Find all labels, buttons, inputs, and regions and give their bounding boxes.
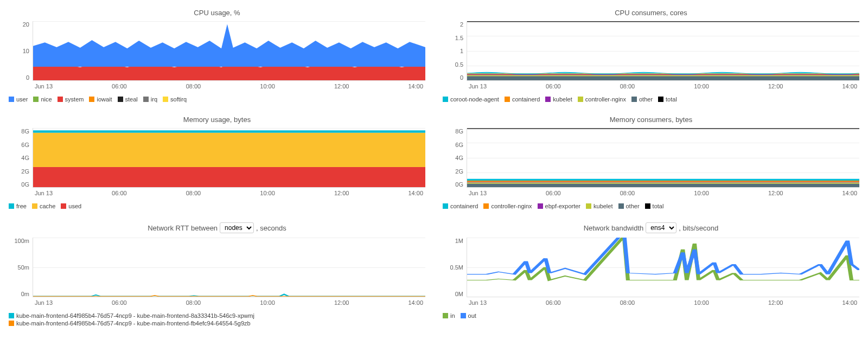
panel-title: Memory usage, bytes [9,116,425,124]
x-tick: 12:00 [768,190,783,196]
legend-item[interactable]: other [618,203,640,209]
legend: usernicesystemiowaitstealirqsoftirq [9,96,425,103]
legend-item[interactable]: controller-nginx [483,203,532,209]
chart-network-bandwidth[interactable]: 1M 0.5M 0M [443,238,859,297]
legend-item[interactable]: softirq [163,96,187,103]
legend-label: iowait [97,96,112,103]
svg-rect-14 [467,182,859,182]
title-prefix: Network bandwidth [584,224,644,232]
legend-item[interactable]: containerd [505,96,540,103]
legend: coroot-node-agentcontainerdkubeletcontro… [443,96,859,103]
x-tick: 14:00 [408,190,423,196]
x-axis: Jun 13 06:00 08:00 10:00 12:00 14:00 [33,299,425,306]
legend-item[interactable]: used [61,203,81,209]
x-tick: 12:00 [768,299,783,306]
x-tick: Jun 13 [469,299,487,306]
x-tick: 14:00 [842,299,857,306]
y-tick: 0 [26,74,29,81]
x-tick: 14:00 [842,83,857,89]
legend-swatch [505,97,510,102]
x-tick: 12:00 [334,299,349,306]
y-tick: 4G [21,155,29,161]
x-axis: Jun 13 06:00 08:00 10:00 12:00 14:00 [467,83,859,89]
legend-item[interactable]: controller-nginx [578,96,626,103]
chart-cpu-usage[interactable]: 20 10 0 [9,21,425,81]
x-tick: Jun 13 [35,190,53,196]
legend-item[interactable]: steal [118,96,138,103]
legend-label: in [450,312,455,319]
legend-swatch [9,97,14,102]
panel-title: CPU usage, % [9,9,425,17]
y-tick: 100m [14,238,29,244]
legend-item[interactable]: user [9,96,28,103]
x-axis: Jun 13 06:00 08:00 10:00 12:00 14:00 [33,190,425,196]
legend-swatch [58,97,63,102]
legend-item[interactable]: ebpf-exporter [538,203,580,209]
rtt-scope-dropdown[interactable]: nodes [220,222,254,233]
legend-swatch [545,97,551,102]
x-tick: 08:00 [620,83,635,89]
y-tick: 0G [455,181,463,188]
svg-marker-4 [467,76,859,80]
legend-swatch [538,203,543,209]
legend-item[interactable]: kube-main-frontend-64f985b4-76d57-4ncp9 … [9,312,405,319]
panel-cpu-consumers: CPU consumers, cores 2 1.5 1 0.5 0 [443,9,859,103]
svg-rect-8 [33,167,425,187]
chart-memory-consumers[interactable]: 8G 6G 4G 2G 0G [443,128,859,188]
legend-label: softirq [170,96,187,103]
y-tick: 0 [460,74,463,81]
legend-item[interactable]: nice [33,96,52,103]
legend-swatch [143,97,149,102]
legend-item[interactable]: other [631,96,653,103]
legend-item[interactable]: in [443,312,455,319]
legend-label: used [68,203,81,209]
legend-swatch [163,97,168,102]
x-tick: Jun 13 [469,190,487,196]
legend-item[interactable]: free [9,203,27,209]
legend-swatch [89,97,94,102]
legend-label: kubelet [593,203,612,209]
legend-label: out [468,312,476,319]
legend-item[interactable]: iowait [89,96,112,103]
x-tick: Jun 13 [35,83,53,89]
x-tick: 12:00 [768,83,783,89]
legend-item[interactable]: total [658,96,677,103]
legend-item[interactable]: cache [32,203,55,209]
chart-cpu-consumers[interactable]: 2 1.5 1 0.5 0 [443,21,859,81]
y-tick: 0.5M [450,264,463,271]
y-tick: 8G [21,128,29,135]
legend-item[interactable]: containerd [443,203,478,209]
x-tick: 10:00 [694,83,709,89]
legend-item[interactable]: kube-main-frontend-64f985b4-76d57-4ncp9 … [9,320,405,327]
x-tick: 10:00 [694,299,709,306]
x-tick: 12:00 [334,83,349,89]
plot-area [467,238,859,297]
legend-item[interactable]: out [461,312,476,319]
y-tick: 0m [21,291,29,297]
legend-item[interactable]: system [58,96,84,103]
legend-item[interactable]: total [645,203,664,209]
legend-swatch [645,203,650,209]
legend: freecacheused [9,203,425,209]
legend-item[interactable]: kubelet [545,96,572,103]
legend-label: steal [125,96,138,103]
x-tick: 12:00 [334,190,349,196]
svg-rect-13 [467,182,859,183]
legend-label: total [653,203,664,209]
legend-item[interactable]: irq [143,96,157,103]
legend-item[interactable]: kubelet [586,203,612,209]
svg-rect-16 [467,179,859,181]
x-tick: 14:00 [408,83,423,89]
chart-memory-usage[interactable]: 8G 6G 4G 2G 0G [9,128,425,188]
chart-network-rtt[interactable]: 100m 50m 0m [9,238,425,297]
legend-label: controller-nginx [491,203,532,209]
x-tick: 06:00 [546,299,561,306]
legend-item[interactable]: coroot-node-agent [443,96,499,103]
x-tick: 10:00 [260,299,275,306]
y-axis: 1M 0.5M 0M [443,238,467,297]
panel-title: CPU consumers, cores [443,9,859,17]
bandwidth-interface-dropdown[interactable]: ens4 [646,222,676,233]
legend-swatch [9,321,14,326]
legend-label: irq [151,96,157,103]
y-axis: 8G 6G 4G 2G 0G [9,128,33,188]
